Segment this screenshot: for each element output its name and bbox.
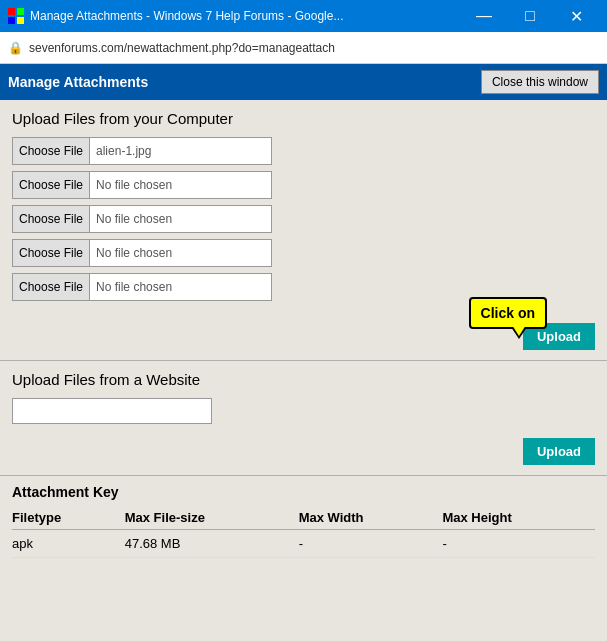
computer-upload-title: Upload Files from your Computer bbox=[12, 110, 595, 127]
table-row: apk47.68 MB-- bbox=[12, 530, 595, 558]
file-input-5: Choose File No file chosen bbox=[12, 273, 272, 301]
address-url: sevenforums.com/newattachment.php?do=man… bbox=[29, 41, 335, 55]
table-cell-maxheight: - bbox=[442, 530, 595, 558]
title-bar: Manage Attachments - Windows 7 Help Foru… bbox=[0, 0, 607, 32]
file-row: Choose File No file chosen bbox=[12, 205, 595, 233]
tooltip-wrapper: Click on bbox=[469, 297, 547, 329]
website-upload-section: Upload Files from a Website bbox=[0, 361, 607, 434]
file-input-1: Choose File alien-1.jpg bbox=[12, 137, 272, 165]
file-name-display-5: No file chosen bbox=[90, 280, 271, 294]
window-title: Manage Attachments - Windows 7 Help Foru… bbox=[30, 9, 461, 23]
file-input-3: Choose File No file chosen bbox=[12, 205, 272, 233]
table-cell-maxwidth: - bbox=[299, 530, 443, 558]
choose-file-button-3[interactable]: Choose File bbox=[13, 206, 90, 232]
close-window-button[interactable]: Close this window bbox=[481, 70, 599, 94]
table-cell-maxfilesize: 47.68 MB bbox=[125, 530, 299, 558]
maximize-button[interactable]: □ bbox=[507, 0, 553, 32]
attachment-key-section: Attachment Key Filetype Max File-size Ma… bbox=[0, 476, 607, 562]
file-name-display-2: No file chosen bbox=[90, 178, 271, 192]
close-button[interactable]: ✕ bbox=[553, 0, 599, 32]
col-filetype: Filetype bbox=[12, 506, 125, 530]
manage-attachments-header: Manage Attachments Close this window bbox=[0, 64, 607, 100]
address-bar: 🔒 sevenforums.com/newattachment.php?do=m… bbox=[0, 32, 607, 64]
app-icon bbox=[8, 8, 24, 24]
window-controls: — □ ✕ bbox=[461, 0, 599, 32]
website-upload-button-section: Upload bbox=[0, 434, 607, 475]
computer-upload-button-section: Click on Upload bbox=[0, 317, 607, 360]
file-name-display-1: alien-1.jpg bbox=[90, 144, 271, 158]
website-upload-button[interactable]: Upload bbox=[523, 438, 595, 465]
choose-file-button-5[interactable]: Choose File bbox=[13, 274, 90, 300]
file-input-2: Choose File No file chosen bbox=[12, 171, 272, 199]
website-upload-title: Upload Files from a Website bbox=[12, 371, 595, 388]
choose-file-button-1[interactable]: Choose File bbox=[13, 138, 90, 164]
lock-icon: 🔒 bbox=[8, 41, 23, 55]
file-row: Choose File alien-1.jpg bbox=[12, 137, 595, 165]
table-header-row: Filetype Max File-size Max Width Max Hei… bbox=[12, 506, 595, 530]
file-name-display-4: No file chosen bbox=[90, 246, 271, 260]
header-title: Manage Attachments bbox=[8, 74, 148, 90]
table-cell-filetype: apk bbox=[12, 530, 125, 558]
choose-file-button-4[interactable]: Choose File bbox=[13, 240, 90, 266]
computer-upload-section: Upload Files from your Computer Choose F… bbox=[0, 100, 607, 317]
file-name-display-3: No file chosen bbox=[90, 212, 271, 226]
svg-rect-3 bbox=[17, 17, 24, 24]
click-on-tooltip: Click on bbox=[469, 297, 547, 329]
svg-rect-1 bbox=[17, 8, 24, 15]
col-max-width: Max Width bbox=[299, 506, 443, 530]
attachment-key-title: Attachment Key bbox=[12, 484, 595, 500]
col-max-filesize: Max File-size bbox=[125, 506, 299, 530]
attachment-key-table: Filetype Max File-size Max Width Max Hei… bbox=[12, 506, 595, 558]
col-max-height: Max Height bbox=[442, 506, 595, 530]
choose-file-button-2[interactable]: Choose File bbox=[13, 172, 90, 198]
file-row: Choose File No file chosen bbox=[12, 171, 595, 199]
file-row: Choose File No file chosen bbox=[12, 239, 595, 267]
svg-rect-0 bbox=[8, 8, 15, 15]
file-input-4: Choose File No file chosen bbox=[12, 239, 272, 267]
main-scroll-area: Upload Files from your Computer Choose F… bbox=[0, 100, 607, 641]
svg-rect-2 bbox=[8, 17, 15, 24]
minimize-button[interactable]: — bbox=[461, 0, 507, 32]
url-input[interactable] bbox=[12, 398, 212, 424]
content-area: Manage Attachments Close this window Upl… bbox=[0, 64, 607, 641]
